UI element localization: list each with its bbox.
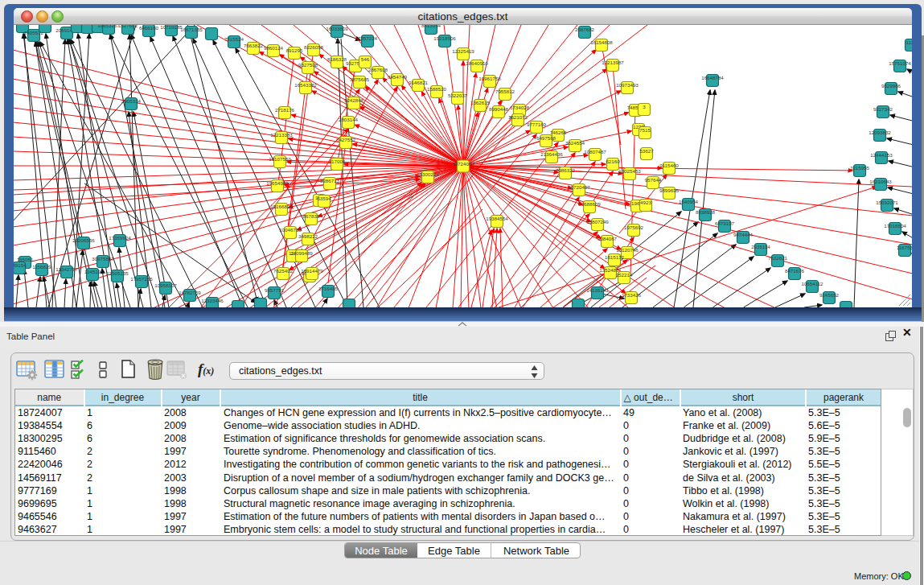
svg-text:20099489: 20099489 [290, 250, 313, 256]
svg-text:7955812: 7955812 [495, 89, 515, 94]
svg-text:9860124: 9860124 [264, 45, 284, 51]
svg-text:12323446: 12323446 [201, 298, 224, 303]
svg-text:16543382: 16543382 [294, 82, 317, 88]
svg-text:9084067: 9084067 [598, 236, 618, 241]
svg-text:2718176: 2718176 [275, 107, 295, 113]
svg-text:1975692: 1975692 [624, 225, 644, 230]
svg-text:746266: 746266 [550, 130, 567, 135]
svg-text:3286713: 3286713 [320, 178, 340, 183]
svg-text:8454749: 8454749 [388, 74, 408, 80]
svg-text:9899695: 9899695 [659, 187, 680, 193]
svg-text:12444153: 12444153 [870, 152, 893, 158]
svg-text:12325419: 12325419 [452, 48, 474, 54]
svg-text:18807249: 18807249 [586, 219, 609, 225]
svg-text:6734028: 6734028 [510, 105, 530, 110]
svg-text:1588520: 1588520 [427, 86, 447, 92]
svg-text:546: 546 [361, 56, 370, 62]
svg-text:8226058: 8226058 [304, 44, 324, 50]
svg-text:8990448: 8990448 [489, 106, 509, 112]
svg-text:16210643: 16210643 [869, 179, 892, 184]
svg-text:10107553: 10107553 [269, 156, 291, 162]
svg-text:1112: 1112 [906, 39, 912, 45]
svg-text:9474444: 9474444 [733, 232, 754, 237]
svg-text:252214: 252214 [616, 272, 633, 278]
svg-text:3716485: 3716485 [318, 286, 339, 291]
svg-text:1362615: 1362615 [470, 100, 491, 105]
svg-text:9777169: 9777169 [527, 122, 547, 127]
svg-text:15720407: 15720407 [568, 184, 590, 190]
svg-text:18640910: 18640910 [466, 60, 488, 66]
svg-text:16914479: 16914479 [301, 268, 323, 274]
svg-text:12093832: 12093832 [869, 130, 891, 135]
svg-text:3624554: 3624554 [565, 140, 585, 146]
svg-text:1615132: 1615132 [605, 254, 625, 260]
svg-text:15692071: 15692071 [876, 200, 898, 205]
svg-text:53594: 53594 [317, 196, 331, 201]
svg-text:1156829: 1156829 [32, 264, 51, 270]
svg-text:2935114: 2935114 [751, 244, 770, 249]
svg-text:957644: 957644 [645, 177, 662, 183]
svg-text:1527602: 1527602 [118, 25, 138, 28]
svg-text:6466160: 6466160 [139, 25, 159, 31]
svg-text:62160: 62160 [606, 159, 620, 164]
svg-text:891295: 891295 [286, 47, 303, 53]
svg-text:7515: 7515 [639, 127, 651, 133]
svg-text:12342737: 12342737 [55, 266, 78, 272]
svg-text:6497568: 6497568 [536, 135, 556, 141]
svg-text:10046738: 10046738 [279, 227, 302, 233]
svg-text:10120746: 10120746 [616, 247, 639, 253]
svg-text:10719185: 10719185 [160, 25, 183, 30]
svg-text:10025453: 10025453 [618, 168, 641, 174]
svg-text:10654112: 10654112 [801, 281, 823, 286]
svg-text:9245652: 9245652 [819, 292, 840, 298]
svg-text:9227342: 9227342 [873, 106, 893, 112]
svg-text:9857791: 9857791 [265, 287, 285, 293]
svg-text:10973493: 10973493 [616, 82, 639, 88]
svg-text:3875685: 3875685 [350, 76, 370, 82]
svg-text:20206556: 20206556 [72, 237, 95, 243]
svg-text:19218506: 19218506 [433, 35, 456, 41]
svg-text:7357224: 7357224 [358, 35, 378, 41]
svg-text:8186328: 8186328 [327, 56, 347, 62]
svg-text:39154: 39154 [14, 262, 27, 268]
svg-text:16671355: 16671355 [180, 27, 203, 32]
svg-text:7515524: 7515524 [224, 36, 244, 42]
svg-text:8813054: 8813054 [421, 25, 441, 28]
svg-text:53627: 53627 [639, 148, 654, 154]
svg-text:17957255: 17957255 [130, 276, 153, 282]
svg-text:4923: 4923 [640, 200, 651, 205]
svg-text:8471676: 8471676 [785, 268, 805, 274]
svg-text:19654985: 19654985 [266, 180, 289, 186]
svg-text:10961758: 10961758 [478, 76, 501, 81]
svg-text:1733426: 1733426 [622, 292, 642, 298]
svg-text:8938928: 8938928 [696, 209, 716, 215]
svg-text:12505135: 12505135 [106, 270, 129, 276]
svg-text:12213383: 12213383 [270, 132, 293, 138]
svg-text:7663822: 7663822 [244, 43, 264, 48]
svg-text:2867608: 2867608 [368, 67, 388, 72]
svg-text:1640954: 1640954 [679, 199, 699, 204]
svg-text:10688609: 10688609 [578, 201, 601, 207]
svg-text:7632621: 7632621 [768, 255, 788, 261]
svg-text:3215955: 3215955 [850, 165, 870, 171]
svg-text:19384554: 19384554 [486, 216, 508, 221]
svg-text:6879197: 6879197 [715, 220, 735, 226]
svg-text:7986322: 7986322 [556, 167, 576, 173]
svg-text:16648784: 16648784 [701, 75, 724, 80]
svg-text:10653267: 10653267 [97, 25, 120, 28]
svg-text:9115460: 9115460 [659, 163, 679, 168]
svg-text:3498222: 3498222 [298, 233, 318, 239]
svg-text:19166825: 19166825 [270, 204, 293, 209]
svg-text:9329966: 9329966 [881, 83, 901, 89]
svg-text:5322037: 5322037 [448, 93, 468, 98]
svg-text:21364436: 21364436 [540, 151, 563, 157]
svg-text:15751074: 15751074 [889, 60, 911, 66]
svg-text:9327508: 9327508 [298, 62, 318, 68]
svg-text:17359924: 17359924 [109, 235, 131, 241]
svg-text:16033809: 16033809 [326, 26, 348, 31]
svg-text:30975867: 30975867 [92, 256, 114, 262]
svg-text:18724007: 18724007 [452, 161, 474, 167]
svg-text:12213987: 12213987 [602, 60, 624, 65]
svg-text:14136141: 14136141 [586, 287, 609, 293]
svg-text:16782759: 16782759 [179, 290, 201, 295]
